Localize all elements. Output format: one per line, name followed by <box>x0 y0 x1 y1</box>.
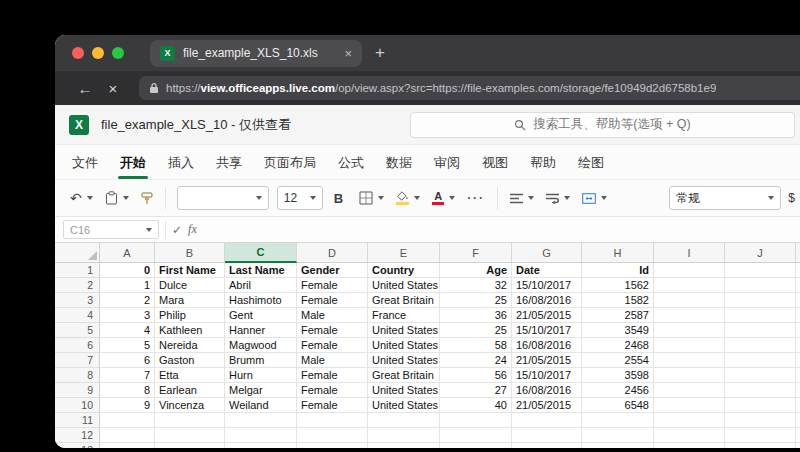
cell-A11[interactable] <box>100 413 155 428</box>
fill-color-button[interactable] <box>391 187 425 209</box>
search-box[interactable]: 搜索工具、帮助等(选项 + Q) <box>410 112 795 138</box>
cell-I3[interactable] <box>654 293 725 308</box>
cell-G4[interactable]: 21/05/2015 <box>512 308 582 323</box>
number-format-select[interactable]: 常规 <box>669 186 781 210</box>
cell-J12[interactable] <box>725 428 796 443</box>
cell-I13[interactable] <box>654 443 725 448</box>
cell-E5[interactable]: United States <box>368 323 440 338</box>
cell-H9[interactable]: 2456 <box>582 383 654 398</box>
cell-B10[interactable]: Vincenza <box>155 398 225 413</box>
menu-tab-7[interactable]: 审阅 <box>423 145 471 179</box>
cell-F8[interactable]: 56 <box>440 368 512 383</box>
cell-J1[interactable] <box>725 263 796 278</box>
row-header-5[interactable]: 5 <box>55 323 100 338</box>
merge-cells-button[interactable] <box>577 189 612 208</box>
menu-tab-6[interactable]: 数据 <box>375 145 423 179</box>
cell-C1[interactable]: Last Name <box>225 263 297 278</box>
column-header-G[interactable]: G <box>512 243 582 263</box>
cell-H5[interactable]: 3549 <box>582 323 654 338</box>
cell-I8[interactable] <box>654 368 725 383</box>
formula-input[interactable] <box>203 220 800 239</box>
column-header-E[interactable]: E <box>368 243 440 263</box>
cell-J11[interactable] <box>725 413 796 428</box>
cell-J7[interactable] <box>725 353 796 368</box>
font-name-select[interactable] <box>177 186 269 210</box>
select-all-corner[interactable] <box>55 243 100 263</box>
cell-H1[interactable]: Id <box>582 263 654 278</box>
cell-F11[interactable] <box>440 413 512 428</box>
cell-I9[interactable] <box>654 383 725 398</box>
row-header-9[interactable]: 9 <box>55 383 100 398</box>
cell-C5[interactable]: Hanner <box>225 323 297 338</box>
cell-E13[interactable] <box>368 443 440 448</box>
cell-G13[interactable] <box>512 443 582 448</box>
cell-J9[interactable] <box>725 383 796 398</box>
cell-A8[interactable]: 7 <box>100 368 155 383</box>
cell-I1[interactable] <box>654 263 725 278</box>
font-size-select[interactable]: 12 <box>277 186 323 210</box>
cell-H4[interactable]: 2587 <box>582 308 654 323</box>
cell-D4[interactable]: Male <box>297 308 368 323</box>
menu-tab-4[interactable]: 页面布局 <box>253 145 327 179</box>
column-header-C[interactable]: C <box>225 243 297 263</box>
row-header-13[interactable]: 13 <box>55 443 100 448</box>
cell-I2[interactable] <box>654 278 725 293</box>
cell-C8[interactable]: Hurn <box>225 368 297 383</box>
cell-B3[interactable]: Mara <box>155 293 225 308</box>
cell-E4[interactable]: France <box>368 308 440 323</box>
currency-format-button[interactable]: $ <box>783 187 800 209</box>
row-header-6[interactable]: 6 <box>55 338 100 353</box>
cell-J10[interactable] <box>725 398 796 413</box>
menu-tab-0[interactable]: 文件 <box>61 145 109 179</box>
menu-tab-3[interactable]: 共享 <box>205 145 253 179</box>
cell-G9[interactable]: 16/08/2016 <box>512 383 582 398</box>
cell-E10[interactable]: United States <box>368 398 440 413</box>
cell-C7[interactable]: Brumm <box>225 353 297 368</box>
cell-G3[interactable]: 16/08/2016 <box>512 293 582 308</box>
cell-H3[interactable]: 1582 <box>582 293 654 308</box>
cell-J5[interactable] <box>725 323 796 338</box>
undo-button[interactable]: ↶ <box>65 187 98 209</box>
cell-J8[interactable] <box>725 368 796 383</box>
cell-C4[interactable]: Gent <box>225 308 297 323</box>
row-header-3[interactable]: 3 <box>55 293 100 308</box>
cell-I10[interactable] <box>654 398 725 413</box>
column-header-A[interactable]: A <box>100 243 155 263</box>
cell-G10[interactable]: 21/05/2015 <box>512 398 582 413</box>
menu-tab-9[interactable]: 帮助 <box>519 145 567 179</box>
minimize-window-button[interactable] <box>92 47 104 59</box>
cell-C6[interactable]: Magwood <box>225 338 297 353</box>
cell-A3[interactable]: 2 <box>100 293 155 308</box>
cell-B2[interactable]: Dulce <box>155 278 225 293</box>
cell-D9[interactable]: Female <box>297 383 368 398</box>
cell-H6[interactable]: 2468 <box>582 338 654 353</box>
cell-A1[interactable]: 0 <box>100 263 155 278</box>
cell-G1[interactable]: Date <box>512 263 582 278</box>
tab-close-icon[interactable]: × <box>344 46 352 61</box>
cell-H7[interactable]: 2554 <box>582 353 654 368</box>
cell-G12[interactable] <box>512 428 582 443</box>
insert-function-icon[interactable]: fx <box>188 222 197 237</box>
row-header-2[interactable]: 2 <box>55 278 100 293</box>
column-header-B[interactable]: B <box>155 243 225 263</box>
more-font-options-button[interactable]: ··· <box>462 187 490 209</box>
cell-D1[interactable]: Gender <box>297 263 368 278</box>
menu-tab-5[interactable]: 公式 <box>327 145 375 179</box>
cell-D3[interactable]: Female <box>297 293 368 308</box>
excel-app-icon[interactable]: X <box>69 115 89 135</box>
cell-I5[interactable] <box>654 323 725 338</box>
cell-D5[interactable]: Female <box>297 323 368 338</box>
cell-D12[interactable] <box>297 428 368 443</box>
cell-D8[interactable]: Female <box>297 368 368 383</box>
cell-F13[interactable] <box>440 443 512 448</box>
cell-G5[interactable]: 15/10/2017 <box>512 323 582 338</box>
cell-F12[interactable] <box>440 428 512 443</box>
cell-E11[interactable] <box>368 413 440 428</box>
cell-A4[interactable]: 3 <box>100 308 155 323</box>
row-header-8[interactable]: 8 <box>55 368 100 383</box>
cell-G8[interactable]: 15/10/2017 <box>512 368 582 383</box>
paste-button[interactable] <box>100 187 134 209</box>
browser-tab[interactable]: X file_example_XLS_10.xls × <box>150 40 362 67</box>
cell-B1[interactable]: First Name <box>155 263 225 278</box>
cell-B4[interactable]: Philip <box>155 308 225 323</box>
